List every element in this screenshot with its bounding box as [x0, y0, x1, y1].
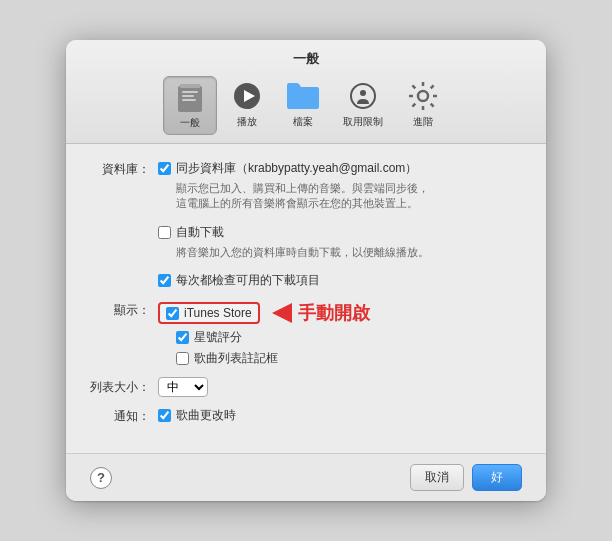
- svg-line-15: [431, 104, 434, 107]
- svg-point-9: [418, 91, 428, 101]
- library-section: 資料庫： 同步資料庫（krabbypatty.yeah@gmail.com） 顯…: [90, 160, 522, 289]
- svg-point-8: [360, 90, 366, 96]
- list-size-label: 列表大小：: [90, 378, 150, 396]
- display-section: 顯示： iTunes Store 手動開啟 星號評分: [90, 301, 522, 367]
- star-ratings-label: 星號評分: [194, 329, 242, 346]
- toolbar-item-restrictions[interactable]: 取用限制: [333, 76, 393, 135]
- auto-download-checkbox[interactable]: [158, 226, 171, 239]
- indent-checkboxes: 星號評分 歌曲列表註記框: [176, 329, 370, 367]
- red-arrow-icon: [272, 303, 292, 323]
- toolbar: 一般 播放 檔案: [147, 76, 465, 143]
- notifications-section: 通知： 歌曲更改時: [90, 407, 522, 425]
- annotation-text: 手動開啟: [298, 301, 370, 325]
- auto-download-description: 將音樂加入您的資料庫時自動下載，以便離線播放。: [176, 245, 522, 260]
- toolbar-item-advanced[interactable]: 進階: [397, 76, 449, 135]
- toolbar-label-general: 一般: [180, 116, 200, 130]
- svg-rect-4: [182, 99, 196, 101]
- titlebar: 一般 一般: [66, 40, 546, 144]
- annotation-arrow: 手動開啟: [272, 301, 370, 325]
- sync-row: 同步資料庫（krabbypatty.yeah@gmail.com）: [158, 160, 522, 177]
- song-change-row: 歌曲更改時: [158, 407, 522, 424]
- notifications-content: 歌曲更改時: [158, 407, 522, 424]
- display-label: 顯示：: [90, 301, 150, 319]
- sync-description: 顯示您已加入、購買和上傳的音樂。與雲端同步後，這電腦上的所有音樂將會顯示在您的其…: [176, 181, 522, 210]
- advanced-icon: [407, 80, 439, 112]
- auto-download-label: 自動下載: [176, 224, 224, 241]
- lyrics-row: 歌曲列表註記框: [176, 350, 370, 367]
- lyrics-label: 歌曲列表註記框: [194, 350, 278, 367]
- library-content: 同步資料庫（krabbypatty.yeah@gmail.com） 顯示您已加入…: [158, 160, 522, 289]
- bottom-bar: ? 取消 好: [66, 453, 546, 501]
- preferences-window: 一般 一般: [66, 40, 546, 501]
- sync-checkbox[interactable]: [158, 162, 171, 175]
- svg-rect-3: [182, 95, 194, 97]
- check-updates-label: 每次都檢查可用的下載項目: [176, 272, 320, 289]
- svg-line-14: [412, 85, 415, 88]
- svg-line-17: [412, 104, 415, 107]
- star-ratings-row: 星號評分: [176, 329, 370, 346]
- svg-rect-2: [182, 91, 198, 93]
- window-title: 一般: [293, 50, 319, 68]
- ok-button[interactable]: 好: [472, 464, 522, 491]
- toolbar-item-files[interactable]: 檔案: [277, 76, 329, 135]
- toolbar-label-restrictions: 取用限制: [343, 115, 383, 129]
- play-icon: [231, 80, 263, 112]
- sync-label: 同步資料庫（krabbypatty.yeah@gmail.com）: [176, 160, 417, 177]
- library-label: 資料庫：: [90, 160, 150, 178]
- toolbar-item-general[interactable]: 一般: [163, 76, 217, 135]
- star-ratings-checkbox[interactable]: [176, 331, 189, 344]
- restrictions-icon: [347, 80, 379, 112]
- check-updates-checkbox[interactable]: [158, 274, 171, 287]
- song-change-label: 歌曲更改時: [176, 407, 236, 424]
- general-icon: [174, 81, 206, 113]
- itunes-store-box: iTunes Store: [158, 302, 260, 324]
- itunes-store-checkbox[interactable]: [166, 307, 179, 320]
- notifications-label: 通知：: [90, 407, 150, 425]
- content-area: 資料庫： 同步資料庫（krabbypatty.yeah@gmail.com） 顯…: [66, 144, 546, 453]
- auto-download-row: 自動下載: [158, 224, 522, 241]
- toolbar-label-playback: 播放: [237, 115, 257, 129]
- folder-icon: [287, 80, 319, 112]
- check-updates-row: 每次都檢查可用的下載項目: [158, 272, 522, 289]
- display-content: iTunes Store 手動開啟 星號評分 歌曲列表註記框: [158, 301, 370, 367]
- song-change-checkbox[interactable]: [158, 409, 171, 422]
- itunes-store-highlight-row: iTunes Store 手動開啟: [158, 301, 370, 325]
- toolbar-item-playback[interactable]: 播放: [221, 76, 273, 135]
- svg-rect-1: [180, 84, 200, 88]
- itunes-store-label: iTunes Store: [184, 306, 252, 320]
- lyrics-checkbox[interactable]: [176, 352, 189, 365]
- svg-line-16: [431, 85, 434, 88]
- cancel-button[interactable]: 取消: [410, 464, 464, 491]
- list-size-section: 列表大小： 小 中 大: [90, 377, 522, 397]
- help-button[interactable]: ?: [90, 467, 112, 489]
- list-size-select[interactable]: 小 中 大: [158, 377, 208, 397]
- toolbar-label-files: 檔案: [293, 115, 313, 129]
- toolbar-label-advanced: 進階: [413, 115, 433, 129]
